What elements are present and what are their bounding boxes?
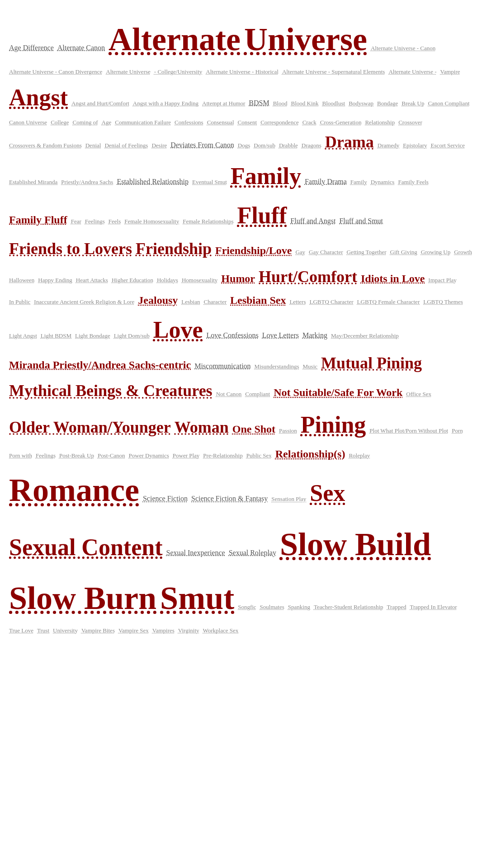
tag-item[interactable]: Alternate Canon — [57, 42, 105, 54]
tag-item[interactable]: Vampires — [152, 626, 175, 636]
tag-item[interactable]: LGBTQ Themes — [423, 297, 463, 307]
tag-item[interactable]: BDSM — [249, 97, 269, 109]
tag-item[interactable]: Science Fiction — [143, 493, 188, 505]
tag-item[interactable]: Sex — [310, 474, 345, 512]
tag-item[interactable]: Dragons — [302, 141, 321, 151]
tag-item[interactable]: Family — [231, 157, 301, 195]
tag-item[interactable]: Soulmates — [260, 603, 284, 612]
tag-item[interactable]: Correspondence — [260, 118, 298, 127]
tag-item[interactable]: Bondage — [377, 99, 398, 108]
tag-item[interactable]: Crack — [302, 118, 317, 127]
tag-item[interactable]: Confessions — [175, 118, 203, 127]
tag-item[interactable]: Alternate Universe - Historical — [206, 67, 279, 77]
tag-item[interactable]: Family — [350, 178, 367, 187]
tag-item[interactable]: Female Relationships — [183, 217, 233, 226]
tag-item[interactable]: Relationship(s) — [275, 445, 345, 462]
tag-item[interactable]: Older Woman/Younger — [9, 415, 171, 441]
tag-item[interactable]: Age — [102, 118, 112, 127]
tag-item[interactable]: Power Dynamics — [129, 451, 169, 461]
tag-item[interactable]: Light Angst — [9, 331, 37, 341]
tag-item[interactable]: Science Fiction & Fantasy — [191, 493, 268, 505]
tag-item[interactable]: Miscommunication — [194, 360, 250, 372]
tag-item[interactable]: Heart Attacks — [76, 276, 108, 285]
tag-item[interactable]: Established Relationship — [117, 176, 189, 188]
tag-item[interactable]: Sensation Play — [271, 495, 306, 504]
tag-item[interactable]: Power Play — [173, 451, 200, 461]
tag-item[interactable]: Dom/sub — [254, 141, 275, 151]
tag-item[interactable]: Universe — [244, 14, 367, 66]
tag-item[interactable]: Denial of Feelings — [104, 141, 148, 151]
tag-item[interactable]: Lesbian Sex — [230, 292, 286, 309]
tag-item[interactable]: Angst — [9, 79, 68, 116]
tag-item[interactable]: Homosexuality — [182, 276, 217, 285]
tag-item[interactable]: Alternate Universe - Canon — [371, 44, 435, 53]
tag-item[interactable]: Alternate — [109, 14, 241, 66]
tag-item[interactable]: Established Miranda — [9, 178, 57, 187]
tag-item[interactable]: Mythical Beings & Creatures — [9, 378, 213, 404]
tag-item[interactable]: Drama — [325, 129, 374, 156]
tag-item[interactable]: Trust — [37, 626, 49, 636]
tag-item[interactable]: Love Confessions — [207, 330, 259, 341]
tag-item[interactable]: Getting Together — [346, 248, 386, 257]
tag-item[interactable]: Canon Compliant — [428, 99, 469, 108]
tag-item[interactable]: Happy Ending — [38, 276, 72, 285]
tag-item[interactable]: Marking — [302, 330, 327, 341]
tag-item[interactable]: Inaccurate Ancient Greek Religion & Lore — [34, 297, 134, 307]
tag-item[interactable]: Family Feels — [398, 178, 429, 187]
tag-item[interactable]: Sexual Content — [9, 528, 162, 566]
tag-item[interactable]: Light BDSM — [41, 331, 71, 341]
tag-item[interactable]: Music — [303, 362, 318, 372]
tag-item[interactable]: Gay — [295, 248, 305, 257]
tag-item[interactable]: Pre-Relationship — [203, 451, 242, 461]
tag-item[interactable]: Vampire Sex — [118, 626, 149, 636]
tag-item[interactable]: Eventual Smut — [192, 178, 227, 187]
tag-item[interactable]: Friendship — [136, 236, 212, 262]
tag-item[interactable]: Growth — [454, 248, 472, 257]
tag-item[interactable]: Escort Service — [431, 141, 465, 151]
tag-item[interactable]: Bodyswap — [349, 99, 373, 108]
tag-item[interactable]: Workplace Sex — [203, 626, 239, 636]
tag-item[interactable]: Family Drama — [305, 176, 347, 188]
tag-item[interactable]: Not Suitable/Safe For Work — [274, 384, 402, 401]
tag-item[interactable]: Jealousy — [138, 292, 178, 309]
tag-item[interactable]: Friendship/Love — [215, 242, 292, 259]
tag-item[interactable]: Dogs — [238, 141, 250, 151]
tag-item[interactable]: Desire — [151, 141, 167, 151]
tag-item[interactable]: Office Sex — [406, 390, 431, 399]
tag-item[interactable]: Relationship — [365, 118, 395, 127]
tag-item[interactable]: Coming of — [73, 118, 98, 127]
tag-item[interactable]: Compliant — [245, 390, 270, 399]
tag-item[interactable]: Crossovers & Fandom Fusions — [9, 141, 82, 151]
tag-item[interactable]: Hurt/Comfort — [259, 264, 357, 290]
tag-item[interactable]: Public Sex — [246, 451, 272, 461]
tag-item[interactable]: Roleplay — [349, 451, 370, 461]
tag-item[interactable]: Feelings — [36, 451, 56, 461]
tag-item[interactable]: Friends to Lovers — [9, 236, 132, 262]
tag-item[interactable]: In Public — [9, 297, 30, 307]
tag-item[interactable]: Alternate Universe - Supernatural Elemen… — [282, 67, 385, 77]
tag-item[interactable]: Spanking — [288, 603, 310, 612]
tag-item[interactable]: Porn — [452, 426, 463, 436]
tag-item[interactable]: Pining — [301, 406, 366, 443]
tag-item[interactable]: Mutual Pining — [321, 350, 422, 377]
tag-item[interactable]: Consensual — [207, 118, 234, 127]
tag-item[interactable]: Trapped — [387, 603, 406, 612]
tag-item[interactable]: Letters — [289, 297, 306, 307]
tag-item[interactable]: Love Letters — [262, 330, 299, 341]
tag-item[interactable]: Cross-Generation — [320, 118, 362, 127]
tag-item[interactable]: Crossover — [398, 118, 422, 127]
tag-item[interactable]: Break Up — [402, 99, 424, 108]
tag-item[interactable]: Not Canon — [216, 390, 242, 399]
tag-item[interactable]: Trapped In Elevator — [410, 603, 457, 612]
tag-item[interactable]: Post-Break Up — [59, 451, 94, 461]
tag-item[interactable]: Alternate Universe — [106, 67, 151, 77]
tag-item[interactable]: - College/University — [154, 67, 203, 77]
tag-item[interactable]: Growing Up — [421, 248, 450, 257]
tag-item[interactable]: Light Dom/sub — [114, 331, 150, 341]
tag-item[interactable]: Communication Failure — [115, 118, 171, 127]
tag-item[interactable]: Vampire — [440, 67, 460, 77]
tag-item[interactable]: Love — [153, 311, 203, 349]
tag-item[interactable]: Drabble — [279, 141, 298, 151]
tag-item[interactable]: Angst and Hurt/Comfort — [71, 99, 129, 108]
tag-item[interactable]: Character — [203, 297, 227, 307]
